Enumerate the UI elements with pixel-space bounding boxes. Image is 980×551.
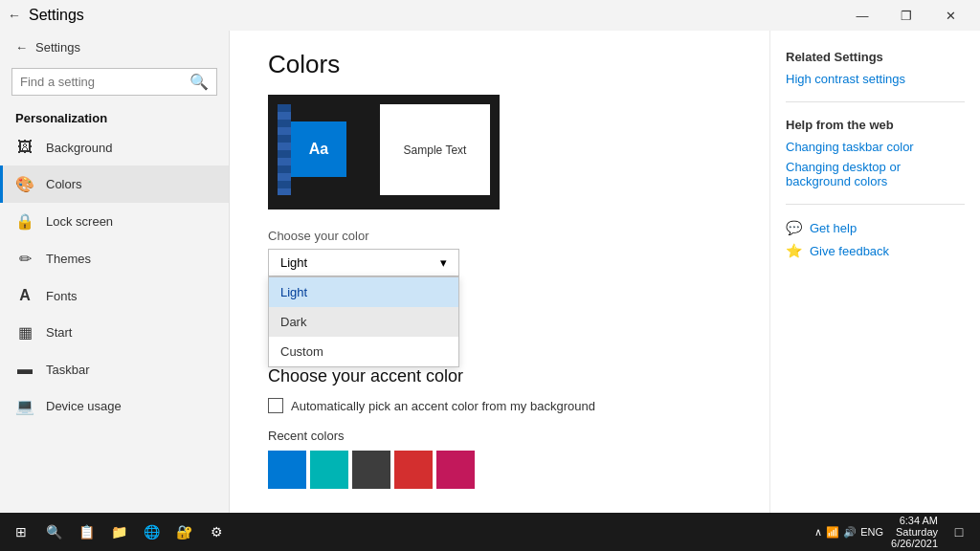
taskbar-left: ⊞ 🔍 📋 📁 🌐 🔐 ⚙ bbox=[8, 518, 230, 545]
search-icon: 🔍 bbox=[189, 73, 209, 91]
sidebar-back-button[interactable]: ← Settings bbox=[0, 31, 229, 64]
sidebar-item-label: Colors bbox=[46, 177, 82, 191]
start-icon: ▦ bbox=[15, 323, 34, 342]
help-title: Help from the web bbox=[786, 118, 965, 132]
title-bar-controls: — ❐ ✕ bbox=[840, 0, 972, 31]
back-nav-icon[interactable]: ← bbox=[8, 8, 21, 23]
give-feedback-icon: ⭐ bbox=[786, 243, 802, 258]
preview-aa-block: Aa bbox=[291, 121, 346, 177]
right-panel-divider bbox=[786, 101, 965, 102]
title-bar-left: ← Settings bbox=[8, 7, 84, 24]
edge-button[interactable]: 🌐 bbox=[138, 518, 165, 545]
get-help-icon: 💬 bbox=[786, 220, 802, 235]
colors-icon: 🎨 bbox=[15, 175, 34, 193]
main-content: Colors Aa Sample Text Choose your color … bbox=[230, 31, 769, 513]
sidebar-item-device-usage[interactable]: 💻 Device usage bbox=[0, 387, 229, 425]
sidebar-item-label: Fonts bbox=[46, 289, 78, 303]
date-display: Saturday bbox=[891, 526, 938, 538]
start-button[interactable]: ⊞ bbox=[8, 518, 34, 545]
taskbar-icon: ▬ bbox=[15, 361, 34, 378]
right-panel-divider-2 bbox=[786, 204, 965, 205]
color-swatches bbox=[268, 451, 731, 489]
search-taskbar-button[interactable]: 🔍 bbox=[40, 518, 67, 545]
file-explorer-button[interactable]: 📁 bbox=[105, 518, 132, 545]
search-input[interactable] bbox=[20, 75, 189, 89]
sidebar-item-colors[interactable]: 🎨 Colors bbox=[0, 165, 229, 203]
dropdown-selected-value: Light bbox=[280, 255, 307, 270]
background-icon: 🖼 bbox=[15, 139, 34, 156]
color-dropdown-button[interactable]: Light ▾ bbox=[268, 249, 459, 276]
dropdown-item-custom[interactable]: Custom bbox=[269, 337, 458, 366]
themes-icon: ✏ bbox=[15, 250, 34, 268]
sidebar-item-label: Lock screen bbox=[46, 214, 113, 229]
give-feedback-row[interactable]: ⭐ Give feedback bbox=[786, 243, 965, 258]
sidebar-item-background[interactable]: 🖼 Background bbox=[0, 129, 229, 165]
color-dropdown-menu: Light Dark Custom bbox=[268, 276, 459, 367]
dropdown-item-light[interactable]: Light bbox=[269, 277, 458, 307]
get-help-text: Get help bbox=[810, 221, 857, 235]
color-swatch-pink[interactable] bbox=[436, 451, 475, 489]
sidebar-search-container: 🔍 bbox=[11, 68, 217, 96]
recent-colors-label: Recent colors bbox=[268, 429, 731, 443]
auto-accent-label: Automatically pick an accent color from … bbox=[291, 399, 595, 413]
minimize-button[interactable]: — bbox=[840, 0, 884, 31]
sidebar-item-label: Taskbar bbox=[46, 363, 90, 377]
page-title: Colors bbox=[268, 50, 731, 79]
clock[interactable]: 6:34 AM Saturday 6/26/2021 bbox=[891, 515, 938, 549]
choose-color-label: Choose your color bbox=[268, 229, 731, 243]
volume-icon: 🔊 bbox=[843, 526, 857, 539]
color-dropdown-wrapper: Light ▾ Light Dark Custom bbox=[268, 249, 459, 276]
color-preview: Aa Sample Text bbox=[268, 95, 500, 209]
notification-button[interactable]: □ bbox=[946, 518, 972, 545]
color-swatch-teal[interactable] bbox=[310, 451, 348, 489]
device-usage-icon: 💻 bbox=[15, 397, 34, 415]
auto-accent-row: Automatically pick an accent color from … bbox=[268, 398, 731, 413]
sidebar-back-icon: ← bbox=[15, 40, 28, 55]
app-body: ← Settings 🔍 Personalization 🖼 Backgroun… bbox=[0, 31, 980, 513]
title-bar: ← Settings — ❐ ✕ bbox=[0, 0, 980, 31]
chevron-down-icon: ▾ bbox=[440, 255, 447, 270]
sidebar-item-taskbar[interactable]: ▬ Taskbar bbox=[0, 351, 229, 387]
changing-desktop-link[interactable]: Changing desktop or background colors bbox=[786, 160, 965, 188]
sidebar-item-label: Background bbox=[46, 141, 112, 155]
give-feedback-text: Give feedback bbox=[810, 244, 889, 258]
right-panel: Related Settings High contrast settings … bbox=[769, 31, 980, 513]
sidebar-item-lock-screen[interactable]: 🔒 Lock screen bbox=[0, 203, 229, 240]
sidebar-item-themes[interactable]: ✏ Themes bbox=[0, 240, 229, 277]
network-icon: 📶 bbox=[826, 526, 839, 539]
sidebar-item-label: Start bbox=[46, 325, 72, 340]
accent-color-title: Choose your accent color bbox=[268, 366, 731, 386]
taskbar-right: ∧ 📶 🔊 ENG 6:34 AM Saturday 6/26/2021 □ bbox=[814, 515, 972, 549]
language-indicator: ENG bbox=[860, 526, 883, 538]
keepass-button[interactable]: 🔐 bbox=[170, 518, 197, 545]
title-bar-title: Settings bbox=[29, 7, 84, 24]
get-help-row[interactable]: 💬 Get help bbox=[786, 220, 965, 235]
fonts-icon: A bbox=[15, 287, 34, 304]
restore-button[interactable]: ❐ bbox=[884, 0, 928, 31]
chevron-up-icon[interactable]: ∧ bbox=[814, 526, 822, 539]
dropdown-item-dark[interactable]: Dark bbox=[269, 307, 458, 337]
sidebar: ← Settings 🔍 Personalization 🖼 Backgroun… bbox=[0, 31, 230, 513]
settings-taskbar-button[interactable]: ⚙ bbox=[203, 518, 230, 545]
sidebar-item-label: Device usage bbox=[46, 399, 122, 413]
high-contrast-link[interactable]: High contrast settings bbox=[786, 72, 965, 86]
date-full: 6/26/2021 bbox=[891, 538, 938, 549]
task-view-button[interactable]: 📋 bbox=[73, 518, 100, 545]
color-swatch-blue[interactable] bbox=[268, 451, 306, 489]
changing-taskbar-link[interactable]: Changing taskbar color bbox=[786, 140, 965, 154]
preview-sample-text: Sample Text bbox=[380, 104, 490, 195]
sidebar-section-label: Personalization bbox=[0, 103, 229, 129]
sidebar-back-label: Settings bbox=[35, 40, 80, 55]
sidebar-item-start[interactable]: ▦ Start bbox=[0, 314, 229, 351]
auto-accent-checkbox[interactable] bbox=[268, 398, 283, 413]
color-swatch-dark[interactable] bbox=[352, 451, 390, 489]
system-tray: ∧ 📶 🔊 ENG bbox=[814, 526, 883, 539]
sidebar-item-label: Themes bbox=[46, 252, 91, 266]
lock-icon: 🔒 bbox=[15, 212, 34, 231]
sidebar-item-fonts[interactable]: A Fonts bbox=[0, 277, 229, 314]
taskbar: ⊞ 🔍 📋 📁 🌐 🔐 ⚙ ∧ 📶 🔊 ENG 6:34 AM Saturday… bbox=[0, 513, 980, 551]
related-settings-title: Related Settings bbox=[786, 50, 965, 64]
preview-stripe bbox=[278, 104, 291, 195]
close-button[interactable]: ✕ bbox=[928, 0, 972, 31]
color-swatch-red[interactable] bbox=[394, 451, 433, 489]
